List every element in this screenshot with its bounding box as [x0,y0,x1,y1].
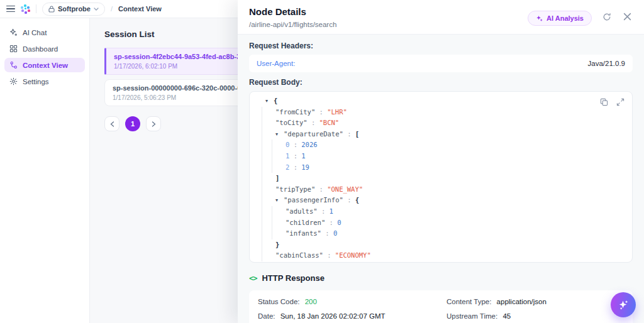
json-line: 2 : 19 [256,162,626,173]
drawer-title: Node Details [249,6,336,17]
close-icon [623,13,631,21]
sidebar-item-label: Settings [23,78,49,85]
content-type-row: Content Type: application/json [447,298,624,305]
collapse-arrow-icon[interactable]: ▾ [265,96,274,107]
request-body-label: Request Body: [249,78,633,87]
chevron-down-icon [94,8,99,11]
chevron-left-icon [110,121,114,127]
json-tree: ▾{"fromCity" : "LHR""toCity" : "BCN"▾"de… [249,91,633,263]
grid-icon [9,45,18,53]
json-line: 0 : 2026 [256,140,626,151]
drawer-header: Node Details /airline-api/v1/flights/sea… [238,0,644,35]
request-header-row: User-Agent: Java/21.0.9 [249,55,633,72]
drawer-body: Request Headers: User-Agent: Java/21.0.9… [238,35,644,323]
content-type-label: Content Type: [447,298,491,305]
json-line: "fromCity" : "LHR" [256,107,626,118]
ai-analysis-button[interactable]: AI Analysis [528,11,592,26]
project-selector[interactable]: Softprobe [42,3,105,16]
collapse-arrow-icon[interactable]: ▾ [275,195,284,206]
sparkles-icon [9,28,18,36]
gear-icon [9,77,18,85]
sidebar-item-ai-chat[interactable]: AI Chat [4,25,85,40]
divider [36,4,36,13]
upstream-time-value: 45 [502,312,511,320]
breadcrumb: Context View [118,5,162,13]
sparkle-icon [536,15,543,22]
breadcrumb-separator: / [111,5,113,13]
date-label: Date: [258,312,275,320]
json-line: "infants" : 0 [256,228,626,239]
indent-guide [262,107,262,261]
status-code-row: Status Code: 200 [258,298,447,305]
ai-assistant-fab[interactable] [611,292,636,317]
sidebar-item-label: Dashboard [23,45,58,53]
app-logo-icon[interactable] [21,4,30,14]
branch-icon [9,61,18,69]
copy-icon[interactable] [600,98,608,106]
date-row: Date: Sun, 18 Jan 2026 02:02:07 GMT [258,312,447,320]
http-response-title: HTTP Response [262,273,324,283]
indent-guide [272,206,272,239]
close-button[interactable] [622,11,633,24]
status-code-label: Status Code: [258,298,299,305]
lock-icon [48,6,55,13]
sidebar-item-context-view[interactable]: Context View [4,58,85,72]
request-headers-label: Request Headers: [249,41,633,50]
sparkle-icon [618,299,630,311]
json-line: ▾{ [256,96,626,107]
json-toolbar [600,98,625,106]
json-line: "adults" : 1 [256,206,626,217]
ai-analysis-label: AI Analysis [547,14,584,22]
json-line: "tripType" : "ONE_WAY" [256,184,626,195]
code-icon: <> [249,274,257,283]
refresh-icon [602,13,611,21]
http-response-card: Status Code: 200 Content Type: applicati… [249,290,633,323]
sidebar-item-settings[interactable]: Settings [4,74,85,89]
status-code-value: 200 [305,298,317,305]
http-response-heading: <> HTTP Response [249,273,633,283]
indent-guide [272,140,272,173]
sidebar-item-label: AI Chat [23,29,47,36]
sidebar: AI Chat Dashboard Context View Settings [0,18,90,323]
node-path: /airline-api/v1/flights/search [249,21,336,28]
hamburger-menu-icon[interactable] [6,6,15,13]
next-page-button[interactable] [146,116,161,131]
json-line: "cabinClass" : "ECONOMY" [256,250,626,261]
json-line: "children" : 0 [256,217,626,229]
json-line: ] [256,173,626,184]
drawer-actions: AI Analysis [528,6,633,34]
current-page-indicator[interactable]: 1 [125,116,140,131]
sidebar-item-dashboard[interactable]: Dashboard [4,41,85,56]
upstream-time-label: Upstream Time: [447,312,497,320]
json-line: } [256,239,626,251]
json-line: "toCity" : "BCN" [256,118,626,129]
json-line: ▾"departureDate" : [ [256,129,626,140]
upstream-time-row: Upstream Time: 45 [447,312,624,320]
project-name: Softprobe [58,5,91,13]
expand-icon[interactable] [616,98,625,106]
json-line: ▾"passengerInfo" : { [256,195,626,206]
refresh-button[interactable] [601,11,613,25]
header-name[interactable]: User-Agent: [257,60,295,67]
sidebar-item-label: Context View [23,62,68,69]
chevron-right-icon [152,121,156,127]
header-value: Java/21.0.9 [588,60,625,67]
date-value: Sun, 18 Jan 2026 02:02:07 GMT [280,312,386,320]
json-line: 1 : 1 [256,151,626,162]
response-meta-grid: Status Code: 200 Content Type: applicati… [258,298,624,320]
collapse-arrow-icon[interactable]: ▾ [275,129,284,140]
prev-page-button[interactable] [104,116,119,131]
node-details-drawer: Node Details /airline-api/v1/flights/sea… [238,0,644,323]
content-type-value: application/json [497,298,547,305]
